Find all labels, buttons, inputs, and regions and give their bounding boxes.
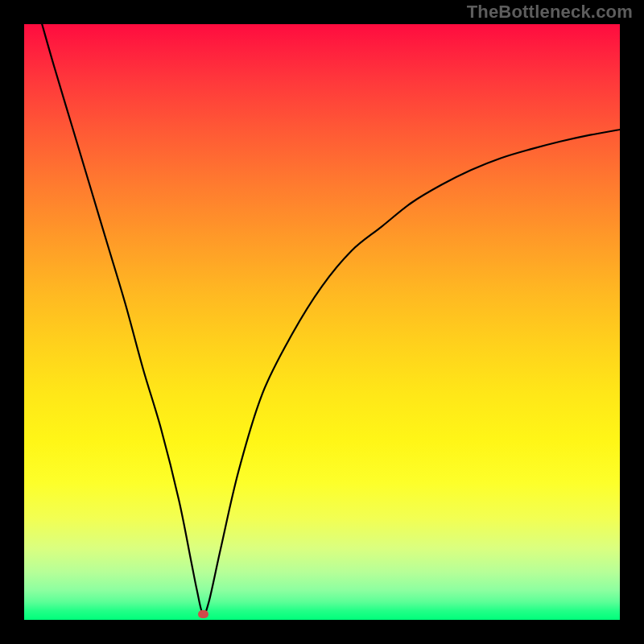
watermark-label: TheBottleneck.com (467, 2, 633, 23)
bottleneck-curve-path (42, 24, 620, 614)
chart-container: TheBottleneck.com (0, 0, 644, 644)
curve-svg (24, 24, 620, 620)
plot-area (24, 24, 620, 620)
minimum-marker (198, 610, 208, 618)
